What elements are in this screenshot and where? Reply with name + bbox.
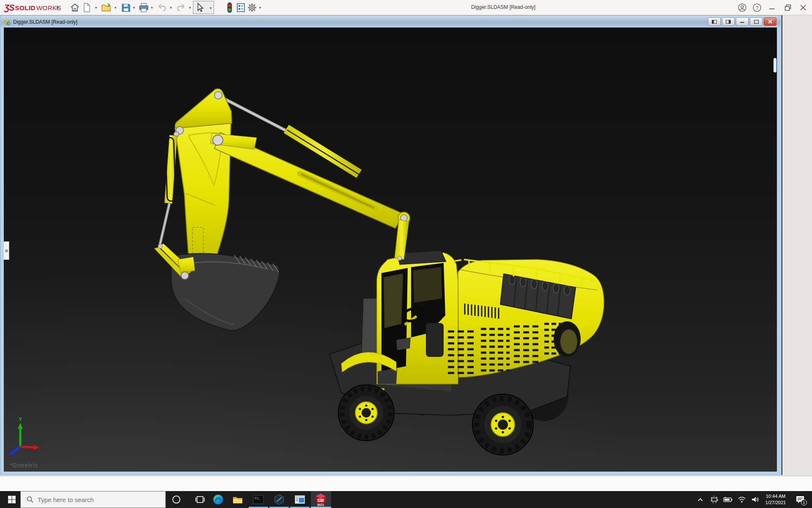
xpress-traffic-light-icon[interactable] bbox=[224, 2, 235, 13]
doc-pane-right-button[interactable] bbox=[722, 17, 735, 26]
svg-text:SW: SW bbox=[317, 498, 324, 503]
open-dropdown[interactable]: ▾ bbox=[113, 6, 118, 10]
minimize-button[interactable] bbox=[765, 2, 778, 14]
open-button[interactable] bbox=[101, 2, 112, 13]
viewport-scrollbar-thumb[interactable] bbox=[774, 58, 776, 72]
status-bar bbox=[0, 476, 812, 491]
task-view-button[interactable] bbox=[190, 491, 210, 508]
toolbar-flyout-arrow-icon[interactable] bbox=[52, 2, 63, 13]
document-window-controls bbox=[707, 17, 776, 26]
taskbar-app-file-explorer[interactable] bbox=[228, 491, 247, 508]
assembly-icon bbox=[3, 18, 11, 26]
print-button[interactable] bbox=[138, 2, 149, 13]
taskbar-app-solidworks[interactable]: SW2021 bbox=[311, 491, 330, 508]
svg-text:Y: Y bbox=[19, 417, 22, 422]
redo-button[interactable] bbox=[176, 2, 187, 13]
feature-manager-collapsed-tab[interactable] bbox=[4, 241, 9, 260]
taskbar-app-edge[interactable] bbox=[208, 491, 228, 508]
document-titlebar[interactable]: Digger.SLDASM [Read-only] bbox=[1, 16, 781, 28]
close-button[interactable] bbox=[797, 2, 809, 14]
restore-button[interactable] bbox=[782, 2, 794, 14]
redo-dropdown[interactable]: ▾ bbox=[188, 6, 192, 10]
front-right-wheel bbox=[472, 394, 533, 455]
tray-battery-icon[interactable] bbox=[721, 491, 735, 508]
svg-text:x: x bbox=[42, 445, 44, 451]
solidworks-logo-mark: ƷS bbox=[4, 3, 14, 13]
doc-close-button[interactable] bbox=[764, 17, 776, 26]
home-button[interactable] bbox=[69, 2, 80, 13]
tray-cast-icon[interactable] bbox=[707, 491, 721, 508]
taskbar-search[interactable] bbox=[20, 491, 166, 508]
document-window: Digger.SLDASM [Read-only] bbox=[0, 15, 782, 475]
solidworks-logo-word1: SOLID bbox=[15, 4, 36, 11]
taskbar: C:\_ SW2021 10:44 AM 1/27/2021 bbox=[0, 491, 812, 508]
tray-date: 1/27/2021 bbox=[760, 500, 791, 506]
display-pane-button[interactable] bbox=[236, 2, 247, 13]
new-document-dropdown[interactable]: ▾ bbox=[94, 6, 98, 10]
document-title: Digger.SLDASM [Read-only] bbox=[13, 19, 77, 25]
save-dropdown[interactable]: ▾ bbox=[132, 6, 136, 10]
front-left-wheel bbox=[338, 385, 394, 441]
view-orientation-label: *Dimetric bbox=[10, 462, 38, 469]
select-tool-box[interactable]: ▾ bbox=[193, 1, 214, 14]
tray-clock[interactable]: 10:44 AM 1/27/2021 bbox=[760, 493, 791, 506]
graphics-viewport[interactable]: Y x *Dimetric bbox=[4, 28, 777, 472]
task-pane-divider bbox=[782, 15, 782, 475]
start-button[interactable] bbox=[3, 491, 20, 508]
search-icon bbox=[27, 496, 33, 503]
action-center-icon[interactable] bbox=[792, 491, 809, 508]
cortana-button[interactable] bbox=[167, 491, 186, 508]
undo-dropdown[interactable]: ▾ bbox=[169, 6, 173, 10]
svg-text:?: ? bbox=[756, 5, 759, 11]
app-window-title: Digger.SLDASM [Read-only] bbox=[448, 4, 558, 10]
svg-text:C:\_: C:\_ bbox=[255, 497, 260, 500]
tray-chevron-icon[interactable] bbox=[693, 491, 708, 508]
help-icon[interactable]: ? bbox=[751, 2, 763, 14]
search-input[interactable] bbox=[38, 496, 139, 503]
app-titlebar: ƷS SOLIDWORKS ▾ ▾ ▾ ▾ ▾ ▾ ▾ ▾ Digger.SLD bbox=[0, 0, 812, 15]
options-dropdown[interactable]: ▾ bbox=[258, 6, 262, 10]
app-client-area: Digger.SLDASM [Read-only] bbox=[0, 15, 812, 491]
notification-badge: 1 bbox=[801, 500, 807, 505]
print-dropdown[interactable]: ▾ bbox=[150, 6, 154, 10]
orientation-triad: Y x bbox=[9, 417, 44, 455]
account-icon[interactable] bbox=[736, 2, 749, 14]
doc-restore-button[interactable] bbox=[750, 17, 763, 26]
taskbar-app-command-prompt[interactable]: C:\_ bbox=[249, 491, 268, 508]
tray-wifi-icon[interactable] bbox=[735, 491, 749, 508]
save-button[interactable] bbox=[121, 2, 132, 13]
feature-manager-tab-dot bbox=[5, 249, 8, 252]
new-document-button[interactable] bbox=[81, 2, 92, 13]
doc-pane-left-button[interactable] bbox=[708, 17, 721, 26]
excavator-model: Y x bbox=[4, 28, 777, 472]
options-gear-button[interactable] bbox=[247, 2, 258, 13]
taskbar-app-window[interactable] bbox=[290, 491, 310, 508]
select-dropdown[interactable]: ▾ bbox=[208, 6, 213, 10]
tray-time: 10:44 AM bbox=[760, 493, 791, 500]
doc-minimize-button[interactable] bbox=[736, 17, 749, 26]
undo-button[interactable] bbox=[156, 2, 167, 13]
taskbar-app-hexagon[interactable] bbox=[269, 491, 289, 508]
svg-text:2021: 2021 bbox=[317, 503, 324, 506]
